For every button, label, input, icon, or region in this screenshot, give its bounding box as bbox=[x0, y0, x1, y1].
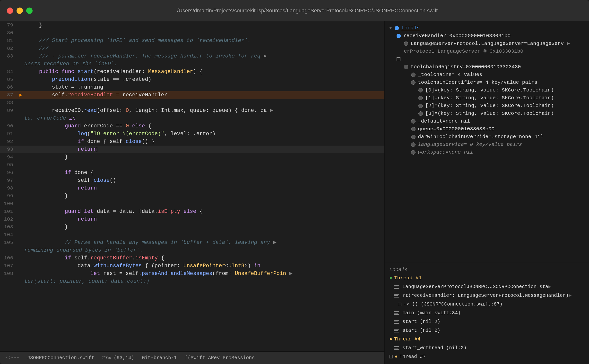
debug-var-item: toolchainIdentifiers= 4 key/value pairs bbox=[385, 79, 589, 86]
table-row: 85 precondition(state == .created) bbox=[0, 76, 384, 83]
minimize-button[interactable] bbox=[17, 8, 23, 14]
stack-frame-text: rt(receiveHandler: LanguageServerProtoco… bbox=[402, 292, 569, 299]
debug-section-header: ▼ Locals bbox=[385, 24, 589, 32]
debug-var-value: erProtocol.LanguageServer @ 0x1033031b0 bbox=[404, 48, 523, 55]
content-area: 79 } 80 81 /// Start processing `inFD` a… bbox=[0, 21, 589, 364]
traffic-lights bbox=[7, 8, 33, 14]
debug-var-item: erProtocol.LanguageServer @ 0x1033031b0 bbox=[385, 48, 589, 55]
debug-var-value: _default=none nil bbox=[418, 117, 470, 125]
table-row: uests received on the `inFD`. bbox=[0, 60, 384, 68]
stack-frame-icon bbox=[394, 294, 399, 298]
table-row: 108 let rest = self.parseAndHandleMessag… bbox=[0, 270, 384, 278]
stack-expand-icon bbox=[398, 303, 401, 306]
table-row: 89 receiveIO.read(offset: 0, length: Int… bbox=[0, 107, 384, 115]
stack-frame-icon bbox=[394, 329, 399, 332]
table-row: 81 /// Start processing `inFD` and send … bbox=[0, 37, 384, 45]
debug-var-value: toolchainRegistry=0x0000000103303430 bbox=[411, 63, 521, 71]
debug-var-item: [2]=(key: String, value: SKCore.Toolchai… bbox=[385, 102, 589, 110]
code-area: 79 } 80 81 /// Start processing `inFD` a… bbox=[0, 21, 384, 351]
status-bar: -:--- JSONRPCConnection.swift 27% (93,14… bbox=[0, 351, 384, 364]
debug-var-value: toolchainIdentifiers= 4 key/value pairs bbox=[418, 79, 537, 86]
table-row: 106 if self.requestBuffer.isEmpty { bbox=[0, 254, 384, 262]
maximize-button[interactable] bbox=[26, 8, 33, 14]
close-button[interactable] bbox=[7, 8, 13, 14]
table-row: 86 state = .running bbox=[0, 83, 384, 91]
table-row: 107 data.withUnsafeBytes { (pointer: Uns… bbox=[0, 262, 384, 270]
thread-stack-item: LanguageServerProtocolJSONRPC.JSONRPCCon… bbox=[385, 282, 589, 291]
stack-frame-icon bbox=[394, 346, 399, 350]
debug-icon bbox=[411, 142, 416, 147]
debug-icon bbox=[418, 111, 423, 116]
debug-icon bbox=[418, 96, 423, 100]
debug-icon bbox=[411, 119, 416, 124]
stack-frame-text: LanguageServerProtocolJSONRPC.JSONRPCCon… bbox=[402, 283, 548, 291]
stack-frame-text: start (nil:2) bbox=[402, 327, 440, 334]
debug-var-value: queue=0x00000001033038e00 bbox=[418, 125, 494, 133]
debug-locals-label: Locals bbox=[389, 266, 408, 274]
thread-item: ● Thread #1 bbox=[385, 274, 589, 282]
thread-name: Thread #4 bbox=[394, 335, 420, 343]
debug-var-value: [0]=(key: String, value: SKCore.Toolchai… bbox=[425, 86, 554, 94]
table-row: 92 if done { self.close() } bbox=[0, 138, 384, 146]
debug-threads: Locals ● Thread #1 bbox=[385, 263, 589, 364]
thread-item: ● Thread #7 bbox=[385, 352, 589, 361]
thread-expand-icon bbox=[389, 355, 393, 358]
thread-name: Thread #1 bbox=[394, 274, 422, 282]
debug-var-item: queue=0x00000001033038e00 bbox=[385, 125, 589, 133]
debug-var-item: receiveHandler=0x0000000001033031b0 bbox=[385, 32, 589, 40]
table-row: 99 } bbox=[0, 192, 384, 200]
table-row: 100 bbox=[0, 200, 384, 208]
table-row: 97 self.close() bbox=[0, 177, 384, 184]
table-row: 83 /// - parameter receiveHandler: The m… bbox=[0, 52, 384, 60]
table-row: 82 /// bbox=[0, 45, 384, 52]
titlebar: /Users/dmartin/Projects/sourcekit-lsp/So… bbox=[0, 0, 589, 21]
window-title: /Users/dmartin/Projects/sourcekit-lsp/So… bbox=[33, 8, 582, 14]
editor-pane[interactable]: 79 } 80 81 /// Start processing `inFD` a… bbox=[0, 21, 385, 364]
debug-icon bbox=[397, 34, 401, 38]
table-row: 95 bbox=[0, 161, 384, 169]
debug-var-item: languageService= 0 key/value pairs bbox=[385, 141, 589, 149]
debug-icon bbox=[411, 80, 416, 85]
thread-stack-item: rt(receiveHandler: LanguageServerProtoco… bbox=[385, 291, 589, 300]
status-position: 27% (93,14) bbox=[102, 355, 134, 361]
thread-stack-item: start (nil:2) bbox=[385, 317, 589, 326]
thread-item: ● Thread #4 bbox=[385, 335, 589, 344]
debug-var-item: [3]=(key: String, value: SKCore.Toolchai… bbox=[385, 110, 589, 117]
debug-icon bbox=[404, 41, 408, 46]
debug-vars: ▼ Locals receiveHandler=0x00000000010330… bbox=[385, 21, 589, 263]
table-row: 87 ▶ self.receiveHandler = receiveHandle… bbox=[0, 91, 384, 99]
stack-frame-text: main (main.swift:34) bbox=[402, 309, 461, 317]
debug-var-value: receiveHandler=0x0000000001033031b0 bbox=[403, 32, 511, 40]
debug-var-item: _default=none nil bbox=[385, 117, 589, 125]
table-row: 96 if done { bbox=[0, 169, 384, 177]
table-row: 105 // Parse and handle any messages in … bbox=[0, 239, 384, 247]
debug-icon bbox=[418, 88, 423, 92]
thread-stack-item: start_wqthread (nil:2) bbox=[385, 344, 589, 352]
status-git: Git-branch-1 bbox=[142, 355, 177, 361]
debug-var-item: workspace=none nil bbox=[385, 149, 589, 156]
table-row: 103 } bbox=[0, 223, 384, 231]
thread-stack-item: main (main.swift:34) bbox=[385, 309, 589, 317]
debug-var-value: workspace=none nil bbox=[418, 149, 473, 156]
table-row: 80 bbox=[0, 29, 384, 37]
table-row: remaining unparsed bytes in `buffer`. bbox=[0, 247, 384, 254]
table-row: 90 guard errorCode == 0 else { bbox=[0, 122, 384, 130]
debug-var-item: toolchainRegistry=0x0000000103303430 bbox=[385, 63, 589, 71]
debug-var-value: _toolchains= 4 values bbox=[418, 71, 482, 79]
debug-var-value: LanguageServerProtocol.LanguageServer=La… bbox=[411, 40, 567, 48]
debug-var-value: darwinToolchainOverride=.storage=none ni… bbox=[418, 133, 544, 141]
debug-var-item: [1]=(key: String, value: SKCore.Toolchai… bbox=[385, 94, 589, 102]
debug-pane: ▼ Locals receiveHandler=0x00000000010330… bbox=[385, 21, 589, 364]
debug-var-item: darwinToolchainOverride=.storage=none ni… bbox=[385, 133, 589, 141]
table-row: 91 log("IO error \(errorCode)", level: .… bbox=[0, 130, 384, 138]
debug-icon bbox=[404, 65, 408, 69]
debug-section-label-2: Locals bbox=[385, 266, 589, 274]
table-row: 94 } bbox=[0, 153, 384, 161]
debug-icon bbox=[411, 73, 416, 77]
debug-var-value: languageService= 0 key/value pairs bbox=[418, 141, 522, 149]
table-row: ter(start: pointer, count: data.count)) bbox=[0, 278, 384, 285]
stack-frame-icon bbox=[394, 285, 399, 289]
debug-var-value: [2]=(key: String, value: SKCore.Toolchai… bbox=[425, 102, 554, 110]
debug-icon bbox=[397, 57, 400, 61]
table-row: 102 return bbox=[0, 215, 384, 223]
